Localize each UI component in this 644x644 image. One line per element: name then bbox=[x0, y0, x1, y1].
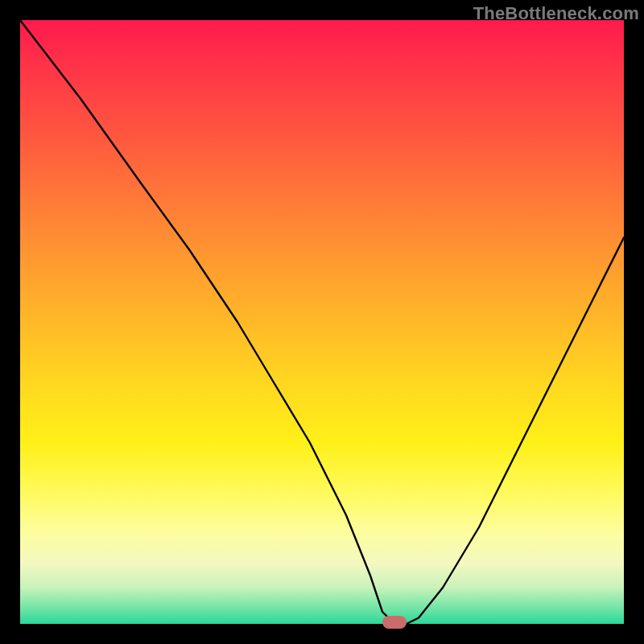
bottleneck-line bbox=[20, 20, 624, 624]
chart-frame: TheBottleneck.com bbox=[0, 0, 644, 644]
plot-area bbox=[20, 20, 624, 624]
optimum-marker bbox=[382, 616, 407, 629]
